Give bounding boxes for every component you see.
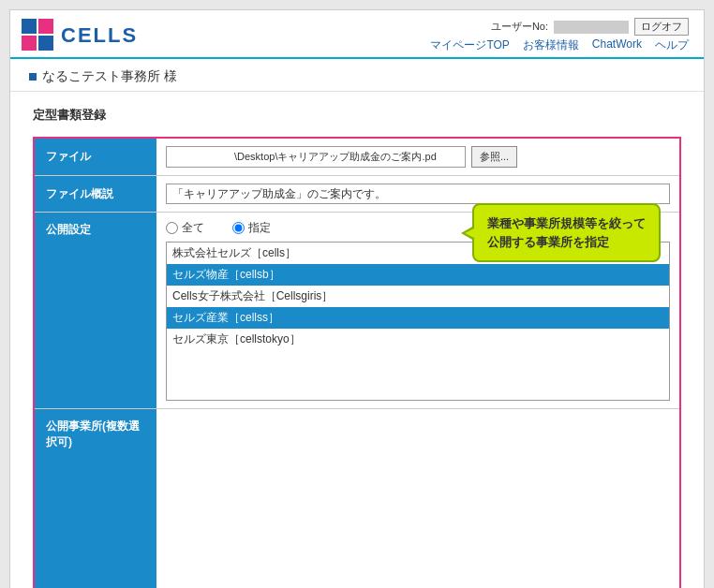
radio-specify-option[interactable]: 指定 — [232, 220, 271, 236]
tooltip-bubble: 業種や事業所規模等を絞って 公開する事業所を指定 — [472, 203, 661, 262]
nav-links: マイページTOP お客様情報 ChatWork ヘルプ — [430, 37, 689, 53]
main-card: CELLS ユーザーNo: ログオフ マイページTOP お客様情報 ChatWo… — [9, 9, 705, 588]
radio-all-label: 全て — [182, 220, 204, 236]
user-row: ユーザーNo: ログオフ — [491, 18, 689, 36]
outer-wrapper: CELLS ユーザーNo: ログオフ マイページTOP お客様情報 ChatWo… — [0, 0, 714, 588]
svg-rect-3 — [38, 36, 53, 51]
file-desc-input[interactable] — [166, 184, 670, 204]
tooltip-line2: 公開する事業所を指定 — [487, 235, 609, 249]
list-item[interactable]: セルズ物産［cellsb］ — [167, 264, 669, 286]
svg-rect-1 — [38, 19, 53, 34]
radio-specify-label: 指定 — [248, 220, 271, 236]
page-content: 定型書類登録 ファイル \Desktop\キャリアアップ助成金のご案内.pd 参… — [10, 92, 704, 588]
office-dot-icon — [29, 73, 37, 81]
logout-button[interactable]: ログオフ — [634, 18, 689, 36]
radio-all[interactable] — [166, 222, 178, 234]
nav-chatwork[interactable]: ChatWork — [592, 37, 642, 53]
public-settings-label: 公開設定 — [35, 213, 156, 408]
browse-button[interactable]: 参照... — [471, 146, 517, 168]
header: CELLS ユーザーNo: ログオフ マイページTOP お客様情報 ChatWo… — [10, 10, 704, 59]
public-settings-row: 公開設定 全て 指定 — [35, 213, 679, 409]
file-path-box: \Desktop\キャリアアップ助成金のご案内.pd — [166, 146, 466, 168]
office-bar: なるこテスト事務所 様 — [10, 59, 704, 92]
list-item[interactable]: セルズ東京［cellstokyo］ — [167, 329, 669, 350]
user-label: ユーザーNo: — [491, 20, 548, 34]
nav-mypage[interactable]: マイページTOP — [430, 37, 509, 53]
file-input-area: \Desktop\キャリアアップ助成金のご案内.pd 参照... — [166, 146, 517, 168]
file-label: ファイル — [35, 139, 156, 175]
user-no-value — [554, 21, 629, 34]
file-desc-label: ファイル概説 — [35, 176, 156, 212]
radio-specify[interactable] — [232, 222, 245, 234]
logo-text: CELLS — [61, 23, 138, 48]
list-box[interactable]: 株式会社セルズ［cells］セルズ物産［cellsb］Cells女子株式会社［C… — [166, 242, 670, 401]
file-value: \Desktop\キャリアアップ助成金のご案内.pd 参照... — [156, 139, 679, 175]
office-name-text: なるこテスト事務所 様 — [42, 68, 177, 85]
file-row: ファイル \Desktop\キャリアアップ助成金のご案内.pd 参照... — [35, 139, 679, 176]
list-item[interactable]: Cells女子株式会社［Cellsgiris］ — [167, 286, 669, 307]
form-container: ファイル \Desktop\キャリアアップ助成金のご案内.pd 参照... ファ… — [33, 137, 681, 588]
venue-label: 公開事業所(複数選択可) — [35, 409, 156, 588]
nav-customer[interactable]: お客様情報 — [523, 37, 579, 53]
public-settings-value: 全て 指定 株式会社セルズ［cells］セルズ物産［cellsb］Cells女子… — [156, 213, 679, 408]
list-item[interactable]: セルズ産業［cellss］ — [167, 307, 669, 329]
office-name: なるこテスト事務所 様 — [29, 68, 685, 85]
cells-logo-icon — [22, 19, 55, 52]
venue-value — [156, 409, 679, 588]
header-right: ユーザーNo: ログオフ マイページTOP お客様情報 ChatWork ヘルプ — [430, 18, 689, 53]
logo-area: CELLS — [22, 19, 138, 52]
svg-rect-0 — [22, 19, 37, 34]
venue-row: 公開事業所(複数選択可) — [35, 409, 679, 588]
section-title: 定型書類登録 — [33, 107, 681, 124]
tooltip-line1: 業種や事業所規模等を絞って — [487, 216, 646, 230]
nav-help[interactable]: ヘルプ — [655, 37, 689, 53]
svg-rect-2 — [22, 36, 37, 51]
radio-all-option[interactable]: 全て — [166, 220, 204, 236]
